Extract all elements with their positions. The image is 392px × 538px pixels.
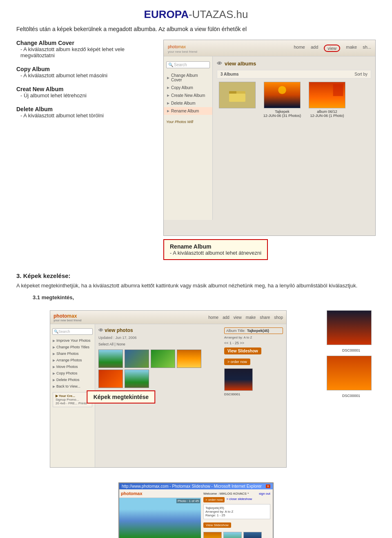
ss-close-ss[interactable]: > close slideshow — [226, 497, 252, 502]
creat-new-album-title: Creat New Album — [16, 86, 155, 92]
nav-sh[interactable]: sh... — [363, 45, 371, 52]
pm2-promo-prints: 20 4x6 - FRE... Prints — [56, 401, 89, 405]
pm2-tagline: your new best friend — [53, 319, 81, 322]
pm2-right-panel: Album Title: Tajkepek(45) Arranged by: A… — [221, 324, 286, 467]
photo-1[interactable] — [98, 350, 123, 368]
pm2-nav-home[interactable]: home — [208, 315, 218, 320]
pm2-view-title: 👁 view photos — [98, 327, 218, 333]
side-thumb-1[interactable] — [327, 310, 372, 345]
arrow-icon-8: ▶ — [53, 352, 55, 356]
photo-3[interactable] — [151, 350, 175, 368]
pm2-copy[interactable]: ▶ Copy Photos — [50, 370, 95, 377]
pm-menu-change-cover[interactable]: ▶ Change Album Cover — [164, 72, 212, 84]
pm-main: 👁 view albums 3 Albums Sort by — [213, 56, 375, 220]
pm2-nav-shop[interactable]: shop — [274, 315, 283, 320]
photo-6[interactable] — [125, 370, 149, 388]
ss-order-btn[interactable]: > order now — [203, 497, 225, 502]
nav-view[interactable]: view — [324, 45, 340, 52]
pm2-arrange[interactable]: ▶ Arrange Photos — [50, 357, 95, 363]
ss-welcome: Welcome : MIKLOG KOVACS * — [203, 492, 249, 495]
back-label: Back to View... — [56, 384, 80, 388]
arrange-label: Arrange Photos — [56, 358, 82, 362]
pm2-improve[interactable]: ▶ Improve Your Photos — [50, 337, 95, 344]
pm2-back[interactable]: ▶ Back to View... — [50, 383, 95, 390]
album-folder-thumb[interactable] — [217, 82, 258, 118]
tajkepek-date: 12-JUN-06 (31 Photos) — [262, 114, 303, 118]
photo-2[interactable] — [125, 350, 149, 368]
pm2-search[interactable]: 🔍 Search — [52, 328, 93, 335]
ss-photo-counter: Photo : 1 of 45 — [176, 499, 200, 503]
ss-close-btn[interactable]: X — [266, 484, 270, 488]
improve-label: Improve Your Photos — [56, 338, 91, 343]
brand-utazas: UTAZAS — [192, 8, 234, 20]
pm-sidebar: 🔍 Search ▶ Change Album Cover ▶ Copy Alb… — [164, 56, 213, 220]
svg-rect-6 — [333, 84, 343, 96]
right-photo-1-label: DSC00001 — [224, 392, 283, 396]
album-tajkepek-thumb[interactable]: Tajkepek 12-JUN-06 (31 Photos) — [262, 82, 303, 118]
photo-5[interactable] — [98, 370, 123, 388]
side-thumb-2[interactable] — [327, 356, 372, 390]
albums-count: 3 Albums — [220, 72, 239, 76]
nav-make[interactable]: make — [346, 45, 357, 52]
pm2-nav-share[interactable]: share — [260, 315, 270, 320]
ss-pm-logo: photomax — [121, 491, 143, 496]
ss-signout[interactable]: sign out — [259, 492, 270, 495]
album-0612-thumb[interactable]: album 06/12 12-JUN-06 (1 Photo) — [307, 82, 347, 118]
rename-album-desc: - A kiválasztott albumot lehet átnevezni — [170, 250, 261, 256]
pm2-nav-make[interactable]: make — [246, 315, 256, 320]
svg-rect-1 — [229, 91, 236, 94]
pm2-order-btn[interactable]: > order now — [224, 359, 250, 365]
pm2-body: 🔍 Search ▶ Improve Your Photos ▶ Change … — [50, 324, 286, 467]
pm2-change-titles[interactable]: ▶ Change Photo Titles — [50, 344, 95, 350]
search-icon: 🔍 — [168, 63, 173, 67]
pm2-slideshow-btn[interactable]: View Slideshow — [224, 347, 261, 354]
pm2-select-bar: Select All | None — [98, 342, 218, 346]
ss-right: Welcome : MIKLOG KOVACS * sign out > ord… — [201, 489, 273, 538]
photo-4[interactable] — [177, 350, 201, 368]
nav-home[interactable]: home — [294, 45, 305, 52]
pm2-nav-view[interactable]: view — [234, 315, 242, 320]
section2-heading: 3. Képek kezelése: — [16, 272, 376, 279]
right-photo-1[interactable] — [224, 368, 253, 391]
photomax-ui-1: photomax your new best friend home add v… — [163, 40, 376, 236]
rename-album-title: Rename Album — [170, 243, 261, 250]
album-title-label: Album Title: — [226, 329, 245, 333]
creat-new-album-desc: - Új albumot lehet létrehozni — [16, 92, 155, 99]
pm-menu-change-cover-label: Change Album Cover — [171, 73, 209, 82]
pm-menu-rename-album[interactable]: ▶ Rename Album — [164, 107, 212, 115]
pm2-delete[interactable]: ▶ Delete Photos — [50, 377, 95, 383]
copy-album-title: Copy Album — [16, 66, 155, 72]
ss-thumb-3[interactable] — [243, 532, 262, 538]
ss-pm-header: photomax — [119, 489, 201, 498]
delete-album-block: Delete Album - A kiválasztott albumot le… — [16, 106, 155, 119]
pm-menu-copy-album[interactable]: ▶ Copy Album — [164, 84, 212, 92]
albums-sort: Sort by — [354, 72, 368, 76]
pm2-promo-title: ▶ Your Cre... — [56, 394, 89, 398]
change-album-cover-block: Change Album Cover - A kiválasztott albu… — [16, 40, 155, 58]
slideshow-popup: http://www.photomax.com - Photomax Slide… — [118, 482, 274, 538]
menu-arrow-icon4: ▶ — [167, 101, 169, 105]
pm-menu-delete-album[interactable]: ▶ Delete Album — [164, 99, 212, 107]
pm-header: photomax your new best friend home add v… — [164, 40, 375, 56]
photomax-screenshot-2: photomax your new best friend home add v… — [50, 310, 287, 468]
intro-text: Feltöltés után a képek bekerülnek a mega… — [16, 26, 376, 32]
pm2-promo-desc: Signup Promo... — [56, 398, 89, 401]
pm-body: 🔍 Search ▶ Change Album Cover ▶ Copy Alb… — [164, 56, 375, 220]
pm2-updated: Updated : Jun 17, 2006 — [98, 336, 218, 340]
pm2-right-photos: DSC00001 — [224, 368, 283, 396]
pm2-nav-add[interactable]: add — [223, 315, 229, 320]
pm2-move[interactable]: ▶ Move Photos — [50, 363, 95, 370]
ss-slideshow-btn2[interactable]: View Slideshow — [203, 522, 231, 528]
pm-album-grid: Tajkepek 12-JUN-06 (31 Photos) — [217, 82, 371, 118]
ss-thumb-2[interactable] — [223, 532, 242, 538]
ss-left: photomax Photo : 1 of 45 DSC000000 > ord… — [119, 489, 201, 538]
ss-thumb-1[interactable] — [203, 532, 222, 538]
pm2-share-photos[interactable]: ▶ Share Photos — [50, 350, 95, 357]
pm-search-bar[interactable]: 🔍 Search — [166, 61, 210, 68]
arrow-icon-6: ▶ — [53, 339, 55, 343]
delete-album-desc: - A kiválasztott albumot lehet törölni — [16, 112, 155, 119]
section2: 3. Képek kezelése: A képeket megtekinthe… — [16, 272, 376, 300]
nav-add[interactable]: add — [311, 45, 318, 52]
pm-menu-create-album[interactable]: ▶ Create New Album — [164, 92, 212, 99]
delete-label: Delete Photos — [56, 378, 80, 382]
